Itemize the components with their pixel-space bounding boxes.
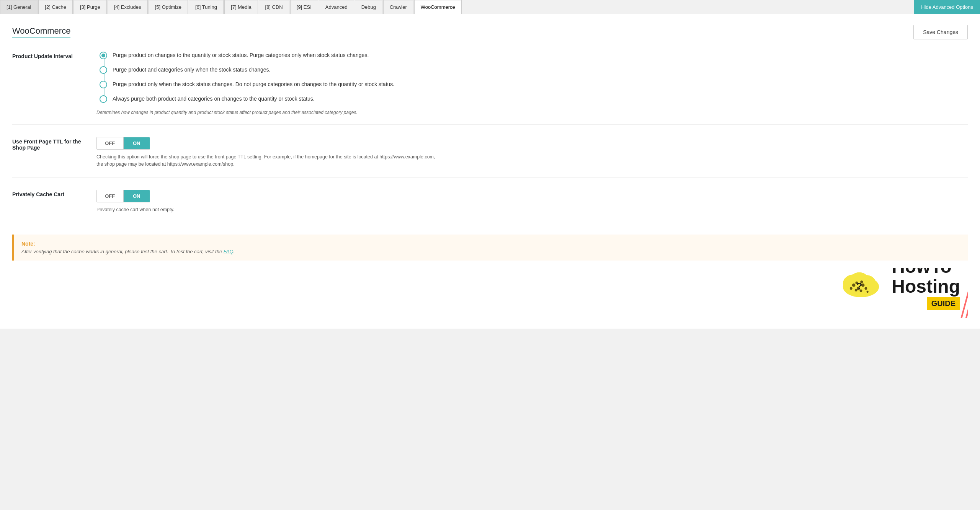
radio-option-2: Purge product and categories only when t… (100, 66, 968, 74)
radio-option-1: Purge product on changes to the quantity… (100, 52, 968, 59)
svg-point-11 (867, 291, 869, 293)
privately-cache-cart-section: Privately Cache Cart OFF ON Privately ca… (12, 190, 968, 223)
front-page-ttl-section: Use Front Page TTL for theShop Page OFF … (12, 137, 968, 178)
cloud-logo-icon: ? (838, 268, 884, 301)
product-update-interval-section: Product Update Interval Purge product on… (12, 52, 968, 125)
faq-link[interactable]: FAQ (224, 249, 234, 254)
svg-point-10 (850, 287, 853, 290)
cache-cart-toggle-on[interactable]: ON (124, 190, 150, 202)
tab-crawler[interactable]: Crawler (383, 0, 413, 14)
tab-woocommerce[interactable]: WooCommerce (414, 0, 462, 14)
tab-bar: [1] General [2] Cache [3] Purge [4] Excl… (0, 0, 980, 14)
svg-point-9 (865, 287, 867, 290)
howtohosting-branding: ? HowTo Hosting GUIDE (830, 268, 968, 318)
toggle-on-option[interactable]: ON (124, 137, 150, 149)
note-title: Note: (21, 241, 960, 247)
branding-area: ? HowTo Hosting GUIDE (12, 268, 968, 318)
privately-cache-cart-description: Privately cache cart when not empty. (96, 206, 441, 213)
product-update-interval-content: Purge product on changes to the quantity… (96, 52, 968, 115)
privately-cache-cart-label: Privately Cache Cart (12, 190, 96, 197)
page-title: WooCommerce (12, 26, 70, 38)
radio-purge-option-4[interactable] (100, 95, 107, 103)
radio-purge-option-1[interactable] (100, 52, 107, 59)
tab-media[interactable]: [7] Media (224, 0, 258, 14)
tab-excludes[interactable]: [4] Excludes (108, 0, 148, 14)
radio-option-3: Purge product only when the stock status… (100, 81, 968, 88)
slash-decoration (941, 268, 968, 318)
main-content: WooCommerce Save Changes Product Update … (0, 14, 980, 329)
note-text-after: . (234, 249, 235, 254)
front-page-ttl-toggle[interactable]: OFF ON (96, 137, 150, 150)
radio-label-4: Always purge both product and categories… (113, 95, 315, 103)
radio-label-1: Purge product on changes to the quantity… (113, 52, 369, 59)
product-update-description: Determines how changes in product quanti… (96, 110, 968, 115)
toggle-off-option[interactable]: OFF (97, 137, 124, 149)
hide-advanced-options-button[interactable]: Hide Advanced Options (914, 0, 980, 14)
header-row: WooCommerce Save Changes (12, 25, 968, 39)
front-page-ttl-description: Checking this option will force the shop… (96, 153, 441, 168)
note-box: Note: After verifying that the cache wor… (12, 235, 968, 261)
tab-purge[interactable]: [3] Purge (74, 0, 107, 14)
radio-purge-option-2[interactable] (100, 66, 107, 74)
radio-label-3: Purge product only when the stock status… (113, 81, 394, 88)
radio-label-2: Purge product and categories only when t… (113, 66, 270, 74)
note-text: After verifying that the cache works in … (21, 249, 235, 254)
radio-purge-option-3[interactable] (100, 81, 107, 88)
front-page-ttl-content: OFF ON Checking this option will force t… (96, 137, 968, 168)
front-page-ttl-label: Use Front Page TTL for theShop Page (12, 137, 96, 151)
cache-cart-toggle-off[interactable]: OFF (97, 190, 124, 202)
tab-advanced[interactable]: Advanced (319, 0, 354, 14)
tab-cache[interactable]: [2] Cache (38, 0, 73, 14)
privately-cache-cart-content: OFF ON Privately cache cart when not emp… (96, 190, 968, 213)
cache-cart-toggle[interactable]: OFF ON (96, 190, 150, 202)
tab-cdn[interactable]: [8] CDN (259, 0, 289, 14)
note-text-before: After verifying that the cache works in … (21, 249, 224, 254)
svg-text:?: ? (857, 281, 862, 291)
radio-group: Purge product on changes to the quantity… (96, 52, 968, 103)
tab-general[interactable]: [1] General (0, 0, 38, 14)
tab-esi[interactable]: [9] ESI (290, 0, 318, 14)
tab-optimize[interactable]: [5] Optimize (149, 0, 188, 14)
svg-point-4 (852, 284, 856, 287)
tab-tuning[interactable]: [6] Tuning (189, 0, 224, 14)
tab-debug[interactable]: Debug (355, 0, 382, 14)
radio-option-4: Always purge both product and categories… (100, 95, 968, 103)
product-update-interval-label: Product Update Interval (12, 52, 96, 59)
save-changes-button[interactable]: Save Changes (913, 25, 968, 39)
